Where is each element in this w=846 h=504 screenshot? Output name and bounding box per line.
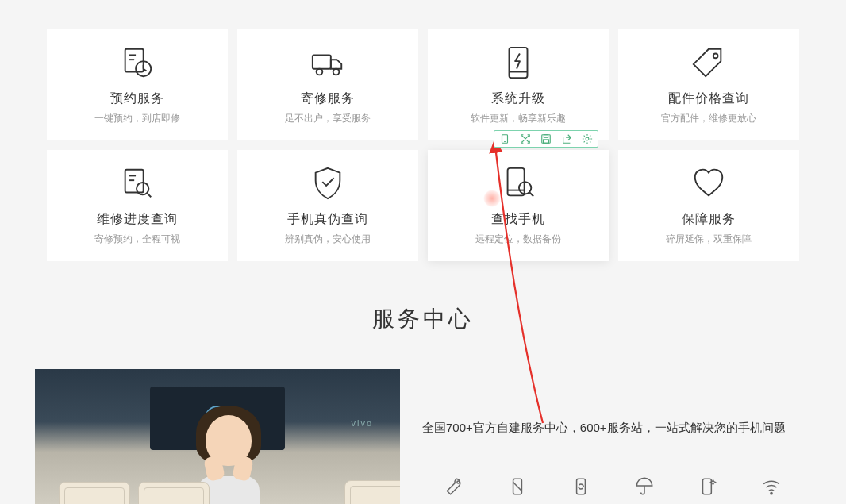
card-title: 查找手机	[491, 211, 545, 228]
section-title: 服务中心	[0, 304, 846, 334]
svg-point-8	[333, 69, 340, 75]
svg-rect-17	[508, 168, 525, 196]
card-title: 预约服务	[110, 90, 164, 107]
svg-rect-24	[544, 135, 548, 138]
feature-care[interactable]: 手机保养	[676, 476, 740, 505]
wrench-icon	[444, 476, 464, 497]
phone-search-icon	[500, 165, 536, 202]
card-mail-repair[interactable]: 寄修服务 足不出户，享受服务	[237, 29, 418, 140]
svg-rect-30	[577, 479, 586, 494]
service-center-desc: 全国700+官方自建服务中心，600+服务站，一站式解决您的手机问题	[422, 417, 811, 440]
toolbar-device-icon[interactable]	[494, 131, 515, 147]
card-sub: 碎屏延保，双重保障	[666, 233, 752, 246]
card-parts-price[interactable]: 配件价格查询 官方配件，维修更放心	[618, 29, 799, 140]
phone-lightning-icon	[500, 44, 536, 81]
card-title: 保障服务	[682, 211, 736, 228]
card-title: 系统升级	[491, 90, 545, 107]
card-sub: 辨别真伪，安心使用	[285, 233, 371, 246]
toolbar-share-icon[interactable]	[556, 131, 577, 147]
card-repair-progress[interactable]: 维修进度查询 寄修预约，全程可视	[47, 150, 228, 261]
calendar-clock-icon	[119, 44, 156, 81]
svg-point-32	[771, 492, 772, 494]
card-warranty[interactable]: 保障服务 碎屏延保，双重保障	[618, 150, 799, 261]
card-sub: 软件更新，畅享新乐趣	[471, 112, 566, 125]
phone-film-icon	[507, 476, 528, 497]
card-appointment[interactable]: 预约服务 一键预约，到店即修	[47, 29, 228, 140]
service-center-text: 全国700+官方自建服务中心，600+服务站，一站式解决您的手机问题 专业维修 …	[422, 369, 811, 504]
feature-film[interactable]: 免费贴膜	[486, 476, 549, 505]
wifi-icon	[761, 476, 782, 497]
card-authenticity[interactable]: 手机真伪查询 辨别真伪，安心使用	[237, 150, 418, 261]
card-title: 寄修服务	[301, 90, 355, 107]
card-sub: 足不出户，享受服务	[285, 112, 371, 125]
service-center-photo: vivo	[35, 369, 400, 504]
feature-wifi[interactable]: 高速wifi	[740, 476, 803, 505]
shield-check-icon	[310, 165, 346, 202]
card-sub: 官方配件，维修更放心	[661, 112, 756, 125]
phone-refresh-icon	[571, 476, 591, 497]
toolbar-save-icon[interactable]	[536, 131, 556, 147]
card-title: 配件价格查询	[668, 90, 749, 107]
card-find-phone[interactable]: 查找手机 远程定位，数据备份	[428, 150, 609, 261]
toolbar-gear-icon[interactable]	[577, 131, 598, 147]
svg-rect-0	[125, 49, 144, 72]
svg-rect-31	[703, 479, 712, 494]
service-cards-grid: 预约服务 一键预约，到店即修 寄修服务 足不出户，享受服务 系统升级 软件更新，…	[0, 0, 846, 261]
svg-line-16	[147, 193, 151, 197]
brand-label: vivo	[351, 418, 373, 428]
svg-point-7	[317, 69, 323, 75]
feature-umbrella[interactable]: 爱心雨伞	[613, 476, 676, 505]
card-title: 手机真伪查询	[287, 211, 368, 228]
truck-icon	[310, 44, 346, 81]
document-search-icon	[119, 165, 156, 202]
feature-repair[interactable]: 专业维修	[422, 476, 486, 505]
heart-icon	[690, 165, 727, 202]
umbrella-icon	[634, 476, 655, 497]
svg-line-20	[529, 193, 533, 197]
svg-rect-25	[544, 140, 549, 143]
svg-point-27	[457, 481, 460, 483]
card-sub: 一键预约，到店即修	[94, 112, 180, 125]
svg-rect-9	[510, 48, 528, 78]
card-sub: 寄修预约，全程可视	[94, 233, 180, 246]
card-system-upgrade[interactable]: 系统升级 软件更新，畅享新乐趣	[428, 29, 609, 140]
feature-row: 专业维修 免费贴膜 免费刷机 爱心雨伞	[422, 476, 811, 505]
feature-flash[interactable]: 免费刷机	[549, 476, 613, 505]
card-sub: 远程定位，数据备份	[475, 233, 561, 246]
svg-point-26	[586, 137, 589, 140]
phone-sparkle-icon	[698, 476, 718, 497]
svg-rect-12	[125, 170, 144, 193]
toolbar-fullscreen-icon[interactable]	[515, 131, 536, 147]
svg-line-29	[513, 482, 522, 491]
svg-point-11	[713, 54, 718, 59]
annotation-toolbar	[494, 130, 598, 148]
price-tag-icon	[690, 44, 727, 81]
svg-rect-6	[313, 55, 331, 68]
service-center-row: vivo 全国700+官方自建服务中心，600+服务站，一站式解决您的手机问题 …	[0, 334, 846, 504]
card-title: 维修进度查询	[97, 211, 178, 228]
